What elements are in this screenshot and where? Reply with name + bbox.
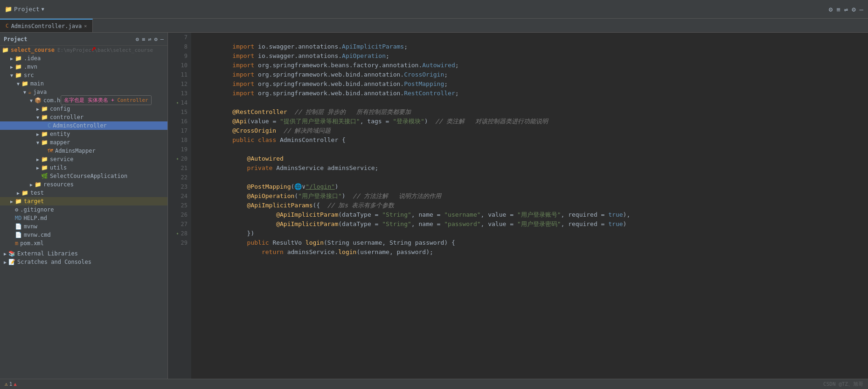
- sidebar-title: Project: [4, 36, 28, 42]
- tree-test[interactable]: ▶ 📁 test: [0, 189, 167, 197]
- code-line-22: @PostMapping(🌐∨"/login"): [196, 173, 868, 182]
- tree-root[interactable]: 📁 select_course E:\myProject\back\select…: [0, 46, 167, 54]
- top-bar: 📁 Project ▼ ⚙ ≡ ⇌ ⚙ —: [0, 0, 868, 19]
- tree-admins-controller[interactable]: C AdminsController: [0, 121, 167, 130]
- tree-mvn[interactable]: ▶ 📁 .mvn: [0, 63, 167, 71]
- tree-select-course-app[interactable]: 🌿 SelectCourseApplication: [0, 172, 167, 180]
- code-line-14: @RestController // 控制层 异步的 所有控制层类都要加: [196, 98, 868, 107]
- minimize-icon[interactable]: —: [860, 6, 863, 13]
- sidebar-icon-1[interactable]: ⚙: [136, 36, 139, 42]
- tree-service[interactable]: ▶ 📁 service: [0, 155, 167, 163]
- warning-count: ⚠1 ▲: [5, 381, 17, 387]
- tree-main[interactable]: ▼ 📁 main: [0, 79, 167, 88]
- tree-external-libs[interactable]: ▶ 📚 External Libraries: [0, 249, 167, 258]
- code-line-20: private AdminsService adminsService;: [196, 154, 868, 163]
- code-editor[interactable]: 7 8 9 10 11 12 13 ✦14 15 16 17 18 19 ✦20…: [168, 33, 868, 379]
- code-area: 7 8 9 10 11 12 13 ✦14 15 16 17 18 19 ✦20…: [168, 33, 868, 379]
- tab-bar: C AdminsController.java ✕: [0, 19, 868, 33]
- sidebar-header: Project ⚙ ≡ ⇌ ⚙ —: [0, 33, 167, 46]
- tab-label: AdminsController.java: [11, 23, 82, 29]
- status-bar: ⚠1 ▲ CSDN @TZ、旭哥: [0, 379, 868, 389]
- tree-entity[interactable]: ▶ 📁 entity: [0, 130, 167, 138]
- code-line-7: import io.swagger.annotations.ApiImplici…: [196, 33, 868, 42]
- tree-mvnwcmd[interactable]: 📄 mvnw.cmd: [0, 231, 167, 239]
- sidebar-icons: ⚙ ≡ ⇌ ⚙ —: [136, 36, 164, 42]
- sidebar-icon-5[interactable]: —: [160, 36, 164, 42]
- project-dropdown-icon[interactable]: ▼: [42, 7, 44, 12]
- tree-resources[interactable]: ▶ 📁 resources: [0, 180, 167, 189]
- tree-idea[interactable]: ▶ 📁 .idea: [0, 54, 167, 63]
- settings-icon[interactable]: ⚙: [829, 6, 833, 13]
- tree-target[interactable]: ▶ 📁 target: [0, 197, 167, 205]
- sidebar: Project ⚙ ≡ ⇌ ⚙ — 📁 select_course E:\myP…: [0, 33, 168, 379]
- tree-admins-mapper[interactable]: 🗺 AdminsMapper: [0, 147, 167, 155]
- watermark-text: CSDN @TZ、旭哥: [823, 381, 863, 388]
- sidebar-icon-4[interactable]: ⚙: [154, 36, 158, 42]
- tree-controller[interactable]: ▼ 📁 controller ↗: [0, 113, 167, 121]
- config-icon[interactable]: ⚙: [852, 6, 855, 13]
- tree-utils[interactable]: ▶ 📁 utils: [0, 163, 167, 172]
- tree-config[interactable]: ▶ 📁 config: [0, 105, 167, 113]
- tab-close-icon[interactable]: ✕: [84, 23, 87, 28]
- tree-mapper[interactable]: ▼ 📁 mapper: [0, 138, 167, 147]
- code-line-19: @Autowired: [196, 145, 868, 154]
- tree-src[interactable]: ▼ 📁 src: [0, 71, 167, 79]
- project-label[interactable]: 📁 Project ▼: [5, 6, 44, 13]
- sidebar-icon-3[interactable]: ⇌: [148, 36, 151, 42]
- sync-icon[interactable]: ⇌: [844, 6, 848, 13]
- code-line-28: public ResultVo login(String username, S…: [196, 229, 868, 238]
- tab-java-icon: C: [6, 23, 9, 29]
- tab-admins-controller[interactable]: C AdminsController.java ✕: [0, 19, 93, 32]
- tree-mvnw[interactable]: 📄 mvnw: [0, 222, 167, 231]
- tree-com-hebust[interactable]: ▼ 📦 com.hebust 名字也是 实体类名 + Controller: [0, 96, 167, 105]
- tree-pomxml[interactable]: m pom.xml: [0, 239, 167, 248]
- main-content: Project ⚙ ≡ ⇌ ⚙ — 📁 select_course E:\myP…: [0, 33, 868, 379]
- sidebar-icon-2[interactable]: ≡: [142, 36, 145, 42]
- annotation-bubble: 名字也是 实体类名 + Controller: [61, 95, 152, 105]
- project-icon: 📁: [5, 6, 12, 13]
- tree-scratches[interactable]: ▶ 📝 Scratches and Consoles: [0, 258, 167, 266]
- line-numbers: 7 8 9 10 11 12 13 ✦14 15 16 17 18 19 ✦20…: [168, 33, 191, 379]
- code-content[interactable]: import io.swagger.annotations.ApiImplici…: [191, 33, 868, 379]
- red-arrow-icon: ↗: [91, 43, 96, 53]
- tree-gitignore[interactable]: ⚙ .gitignore: [0, 205, 167, 214]
- tree-help[interactable]: MD HELP.md: [0, 214, 167, 222]
- top-bar-icons: ⚙ ≡ ⇌ ⚙ —: [829, 6, 863, 13]
- structure-icon[interactable]: ≡: [836, 6, 840, 13]
